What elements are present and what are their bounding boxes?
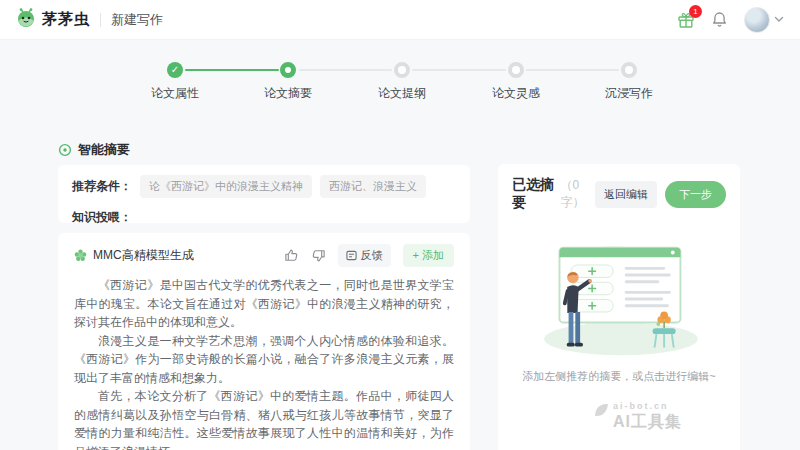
- add-abstract-button[interactable]: + 添加: [403, 244, 454, 267]
- watermark-name: AI工具集: [613, 412, 682, 433]
- chevron-down-icon: [774, 16, 784, 23]
- abstract-paragraph: 《西游记》是中国古代文学的优秀代表之一，同时也是世界文学宝库中的瑰宝。本论文旨在…: [74, 276, 454, 332]
- page-title: 新建写作: [111, 11, 163, 29]
- watermark: ai-bot.cn AI工具集: [593, 401, 682, 433]
- feedback-icon: [346, 250, 357, 261]
- abstract-text[interactable]: 《西游记》是中国古代文学的优秀代表之一，同时也是世界文学宝库中的瑰宝。本论文旨在…: [74, 276, 454, 450]
- knowledge-feed-row: 知识投喂：: [72, 207, 456, 226]
- generated-abstract-card: MMC高精模型生成: [58, 233, 470, 450]
- smart-abstract-icon: [58, 143, 72, 157]
- watermark-site: ai-bot.cn: [613, 401, 682, 411]
- step-paper-abstract[interactable]: 论文摘要: [243, 62, 333, 102]
- gift-badge: 1: [689, 5, 702, 18]
- feedback-button[interactable]: 反馈: [338, 244, 391, 267]
- header-divider: [100, 13, 101, 27]
- empty-state-hint: 添加左侧推荐的摘要，或点击进行编辑~: [512, 369, 726, 384]
- top-header: 茅茅虫 新建写作 1: [0, 0, 800, 40]
- model-name: MMC高精模型生成: [93, 247, 194, 264]
- thumbs-down-button[interactable]: [311, 248, 326, 263]
- condition-tag[interactable]: 论《西游记》中的浪漫主义精神: [140, 175, 312, 198]
- knowledge-feed-label: 知识投喂：: [72, 210, 132, 224]
- word-count: （0字）: [560, 177, 595, 211]
- step-done-icon: [167, 62, 183, 78]
- condition-tag[interactable]: 西游记、浪漫主义: [320, 175, 426, 198]
- step-paper-inspiration[interactable]: 论文灵感: [471, 62, 561, 102]
- back-to-edit-button[interactable]: 返回编辑: [595, 181, 657, 208]
- selected-abstract-title: 已选摘要: [512, 176, 557, 212]
- watermark-leaf-icon: [593, 401, 610, 418]
- smart-abstract-title: 智能摘要: [58, 141, 130, 159]
- model-actions: 反馈 + 添加: [284, 244, 454, 267]
- gift-button[interactable]: 1: [677, 11, 695, 29]
- model-flower-icon: [74, 249, 87, 262]
- empty-state-illustration: [523, 240, 715, 360]
- recommend-conditions-card: 推荐条件： 论《西游记》中的浪漫主义精神 西游记、浪漫主义 知识投喂：: [58, 165, 470, 223]
- notification-bell-button[interactable]: [711, 11, 728, 28]
- progress-stepper: 论文属性 论文摘要 论文提纲 论文灵感 沉浸写作: [130, 62, 670, 104]
- step-current-icon: [280, 62, 296, 78]
- step-paper-attributes[interactable]: 论文属性: [130, 62, 220, 102]
- user-menu[interactable]: [744, 7, 784, 33]
- next-step-button[interactable]: 下一步: [665, 181, 726, 208]
- conditions-row: 推荐条件： 论《西游记》中的浪漫主义精神 西游记、浪漫主义: [72, 175, 456, 198]
- avatar[interactable]: [744, 7, 770, 33]
- step-todo-icon: [621, 62, 637, 78]
- conditions-label: 推荐条件：: [72, 178, 132, 195]
- step-paper-outline[interactable]: 论文提纲: [357, 62, 447, 102]
- abstract-paragraph: 首先，本论文分析了《西游记》中的爱情主题。作品中，师徒四人的感情纠葛以及孙悟空与…: [74, 387, 454, 450]
- step-todo-icon: [508, 62, 524, 78]
- header-actions: 1: [677, 7, 784, 33]
- selected-abstract-header: 已选摘要 （0字） 返回编辑 下一步: [512, 176, 726, 212]
- brand-name: 茅茅虫: [42, 10, 90, 29]
- model-row: MMC高精模型生成: [74, 244, 454, 267]
- thumbs-up-button[interactable]: [284, 248, 299, 263]
- bell-icon: [711, 11, 728, 28]
- step-immersive-writing[interactable]: 沉浸写作: [584, 62, 674, 102]
- logo-icon: [16, 8, 36, 32]
- step-todo-icon: [394, 62, 410, 78]
- abstract-paragraph: 浪漫主义是一种文学艺术思潮，强调个人内心情感的体验和追求。《西游记》作为一部史诗…: [74, 332, 454, 388]
- app-root: 茅茅虫 新建写作 1: [0, 0, 800, 450]
- selected-abstract-card: 已选摘要 （0字） 返回编辑 下一步: [498, 164, 740, 450]
- thumbs-down-icon: [311, 248, 326, 263]
- header-buttons: 返回编辑 下一步: [595, 181, 726, 208]
- thumbs-up-icon: [284, 248, 299, 263]
